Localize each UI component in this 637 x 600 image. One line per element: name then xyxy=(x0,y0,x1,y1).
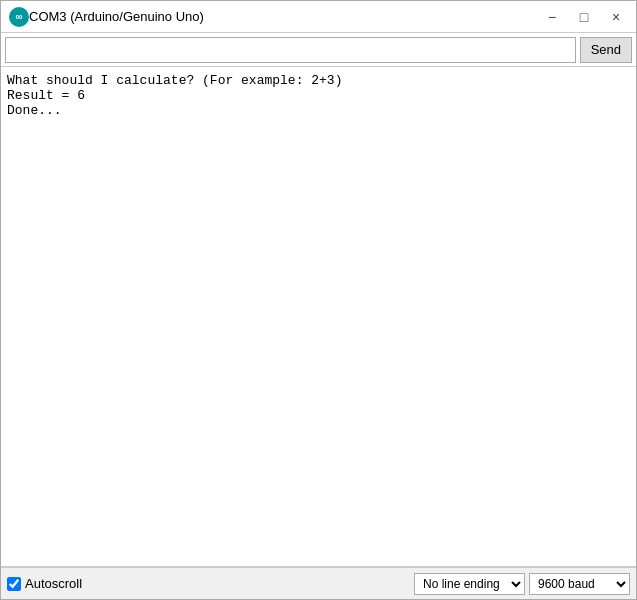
toolbar: Send xyxy=(1,33,636,67)
status-right-controls: No line ending Newline Carriage return B… xyxy=(414,573,630,595)
serial-input[interactable] xyxy=(5,37,576,63)
output-line3: Done... xyxy=(7,103,62,118)
main-window: ∞ COM3 (Arduino/Genuino Uno) − □ × Send … xyxy=(0,0,637,600)
window-controls: − □ × xyxy=(540,5,628,29)
maximize-button[interactable]: □ xyxy=(572,5,596,29)
close-button[interactable]: × xyxy=(604,5,628,29)
serial-output-area: What should I calculate? (For example: 2… xyxy=(1,67,636,567)
output-line1: What should I calculate? (For example: 2… xyxy=(7,73,342,88)
window-title: COM3 (Arduino/Genuino Uno) xyxy=(29,9,540,24)
baud-rate-select[interactable]: 300 baud 1200 baud 2400 baud 4800 baud 9… xyxy=(529,573,630,595)
send-button[interactable]: Send xyxy=(580,37,632,63)
line-ending-select[interactable]: No line ending Newline Carriage return B… xyxy=(414,573,525,595)
minimize-button[interactable]: − xyxy=(540,5,564,29)
status-bar: Autoscroll No line ending Newline Carria… xyxy=(1,567,636,599)
autoscroll-checkbox[interactable] xyxy=(7,577,21,591)
autoscroll-label: Autoscroll xyxy=(25,576,82,591)
autoscroll-area: Autoscroll xyxy=(7,576,82,591)
output-line2: Result = 6 xyxy=(7,88,85,103)
arduino-logo-icon: ∞ xyxy=(9,7,29,27)
title-bar: ∞ COM3 (Arduino/Genuino Uno) − □ × xyxy=(1,1,636,33)
